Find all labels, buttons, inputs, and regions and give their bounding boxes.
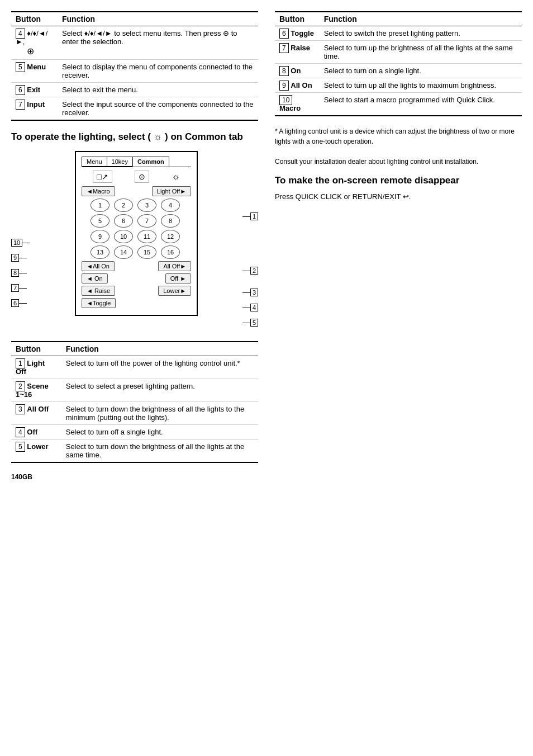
table-row: 8 On Select to turn on a single light.	[275, 64, 522, 78]
table-row: 1 Light Off Select to turn off the power…	[11, 356, 258, 379]
table-row: 9 All On Select to turn up all the light…	[275, 78, 522, 93]
table-row: 7 Raise Select to turn up the brightness…	[275, 41, 522, 64]
sub-text: Press QUICK CLICK or RETURN/EXIT ↩.	[275, 191, 522, 202]
button-cell: 7 Input	[11, 97, 58, 121]
right-label-3: 3	[242, 286, 258, 299]
section-heading: To operate the lighting, select ( ☼ ) on…	[11, 131, 258, 143]
btn-lower[interactable]: Lower►	[158, 286, 191, 296]
function-cell: Select to start a macro programmed with …	[320, 93, 522, 116]
btn-all-on[interactable]: ◄All On	[82, 261, 115, 271]
function-cell: Select to turn up all the lights to maxi…	[320, 78, 522, 93]
num-btn-3[interactable]: 3	[137, 199, 156, 212]
left-side-labels: 10 9 8 7 6	[11, 151, 30, 331]
num-btn-7[interactable]: 7	[137, 214, 156, 228]
tab-common[interactable]: Common	[132, 157, 169, 167]
table-row: 10 Macro Select to start a macro program…	[275, 93, 522, 116]
btn-label: Raise	[291, 44, 310, 52]
num-btn-1[interactable]: 1	[91, 199, 110, 212]
tab-10key[interactable]: 10key	[107, 157, 133, 167]
num-btn-4[interactable]: 4	[161, 199, 180, 212]
button-cell: 9 All On	[275, 78, 320, 93]
btn-raise[interactable]: ◄ Raise	[82, 286, 115, 296]
function-cell: Select to turn down the brightness of al…	[61, 402, 258, 425]
function-cell: Select to turn down the brightness of al…	[61, 440, 258, 463]
allon-alloff-row: ◄All On All Off►	[82, 261, 191, 271]
table-row: 7 Input Select the input source of the c…	[11, 97, 258, 121]
function-cell: Select to turn up the brightness of all …	[320, 41, 522, 64]
btn-num: 4	[16, 427, 25, 437]
btn-on[interactable]: ◄ On	[82, 273, 108, 284]
left-table-1-header-function: Function	[58, 12, 258, 26]
table-row: 6 Toggle Select to switch the preset lig…	[275, 26, 522, 41]
btn-label: Lower	[27, 442, 48, 451]
function-cell: Select to exit the menu.	[58, 83, 258, 97]
left-label-8: 8	[11, 266, 30, 280]
button-cell: 5 Menu	[11, 60, 58, 83]
num-btn-13[interactable]: 13	[91, 245, 110, 259]
bottom-table-header-button: Button	[11, 342, 61, 356]
function-cell: Select to display the menu of components…	[58, 60, 258, 83]
num-btn-12[interactable]: 12	[161, 230, 180, 243]
button-cell: 10 Macro	[275, 93, 320, 116]
table-row: 5 Lower Select to turn down the brightne…	[11, 440, 258, 463]
num-btn-9[interactable]: 9	[91, 230, 110, 243]
num-btn-5[interactable]: 5	[91, 214, 110, 228]
bottom-table-header-function: Function	[61, 342, 258, 356]
page-number: 140GB	[11, 473, 258, 481]
tab-menu[interactable]: Menu	[82, 157, 107, 167]
remote-diagram-box: Menu 10key Common □↗ ⊙ ☼ ◄Macro Light Of…	[75, 151, 198, 316]
btn-macro[interactable]: ◄Macro	[82, 186, 115, 196]
right-label-4: 4	[242, 301, 258, 314]
num-btn-16[interactable]: 16	[161, 245, 180, 259]
remote-diagram: Menu 10key Common □↗ ⊙ ☼ ◄Macro Light Of…	[32, 151, 240, 331]
button-cell: 8 On	[275, 64, 320, 78]
left-table-1-header-button: Button	[11, 12, 58, 26]
function-cell: Select to switch the preset lighting pat…	[320, 26, 522, 41]
left-label-9: 9	[11, 251, 30, 264]
btn-num: 7	[279, 43, 289, 53]
function-cell: Select the input source of the component…	[58, 97, 258, 121]
function-cell: Select to turn off the power of the ligh…	[61, 356, 258, 379]
button-cell: 5 Lower	[11, 440, 61, 463]
button-cell: 1 Light Off	[11, 356, 61, 379]
btn-label: All On	[291, 81, 312, 89]
icon-circle: ⊙	[135, 171, 149, 183]
right-label-2: 2	[242, 264, 258, 277]
btn-all-off[interactable]: All Off►	[158, 261, 191, 271]
btn-toggle[interactable]: ◄Toggle	[82, 298, 116, 308]
btn-label: Menu	[27, 63, 46, 71]
num-btn-10[interactable]: 10	[114, 230, 133, 243]
btn-num: 8	[279, 66, 289, 76]
right-table-1: Button Function 6 Toggle Select to switc…	[275, 11, 522, 116]
num-btn-11[interactable]: 11	[137, 230, 156, 243]
btn-off[interactable]: Off ►	[165, 273, 191, 284]
btn-num: 9	[279, 81, 289, 91]
btn-label: Input	[27, 100, 45, 108]
footnote: * A lighting control unit is a device wh…	[275, 126, 522, 167]
btn-label: Exit	[27, 86, 40, 94]
num-btn-15[interactable]: 15	[137, 245, 156, 259]
left-label-7: 7	[11, 281, 30, 295]
btn-light-off[interactable]: Light Off►	[152, 186, 191, 196]
num-btn-14[interactable]: 14	[114, 245, 133, 259]
left-table-1: Button Function 4 ♦/♦/◄/►, ⊕ Select ♦/♦/…	[11, 11, 258, 121]
btn-num: 7	[16, 100, 25, 110]
toggle-row: ◄Toggle	[82, 298, 191, 308]
btn-num: 6	[279, 29, 289, 39]
macro-lightoff-row: ◄Macro Light Off►	[82, 186, 191, 196]
btn-num: 3	[16, 404, 25, 414]
num-btn-2[interactable]: 2	[114, 199, 133, 212]
sub-heading: To make the on-screen remote disappear	[275, 174, 522, 187]
num-btn-8[interactable]: 8	[161, 214, 180, 228]
button-cell: 6 Toggle	[275, 26, 320, 41]
right-side-labels: 1 2 3 4 5	[242, 151, 258, 331]
btn-label: On	[291, 67, 301, 75]
num-btn-6[interactable]: 6	[114, 214, 133, 228]
table-row: 2 Scene 1~16 Select to select a preset l…	[11, 379, 258, 402]
table-row: 5 Menu Select to display the menu of com…	[11, 60, 258, 83]
table-row: 6 Exit Select to exit the menu.	[11, 83, 258, 97]
bottom-table: Button Function 1 Light Off Select to tu…	[11, 341, 258, 463]
function-cell: Select to select a preset lighting patte…	[61, 379, 258, 402]
table-row: 3 All Off Select to turn down the bright…	[11, 402, 258, 425]
button-cell: 4 Off	[11, 425, 61, 440]
